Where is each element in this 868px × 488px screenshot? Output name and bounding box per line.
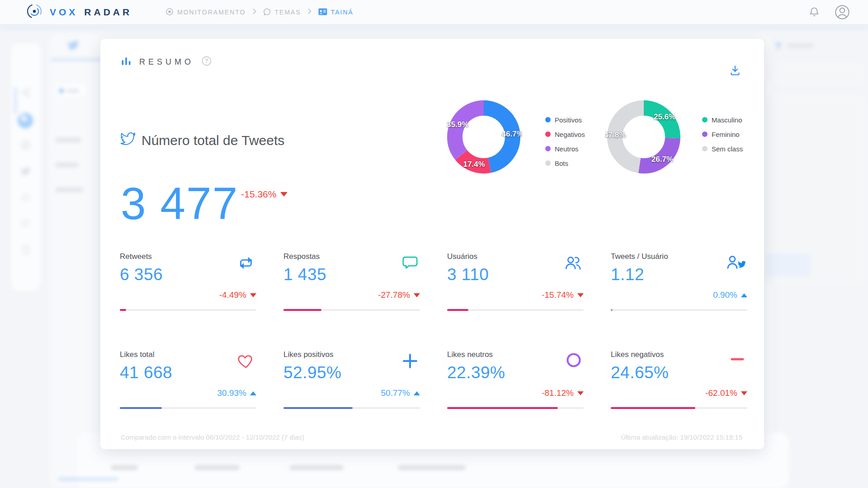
- metric-value: 41 668: [120, 363, 256, 382]
- legend-item-bots[interactable]: Bots: [545, 156, 585, 170]
- modal-header: RESUMO ?: [120, 55, 212, 69]
- metric-delta-row: 30.93%: [217, 388, 256, 398]
- progress-bar: [611, 407, 747, 409]
- delta-value: 0.90%: [713, 290, 737, 300]
- metric-label: Likes positivos: [283, 350, 420, 359]
- delta-value: -81.12%: [542, 388, 574, 398]
- delta-value: -27.78%: [378, 290, 410, 300]
- progress-bar: [447, 407, 584, 409]
- metric-value: 1 435: [283, 265, 420, 284]
- chat-icon: [263, 8, 271, 17]
- sentiment-legend: PositivosNegativosNeutrosBots: [545, 113, 585, 170]
- svg-text:?: ?: [205, 58, 208, 64]
- breadcrumb-item-monitoramento[interactable]: MONITORAMENTO: [165, 8, 246, 17]
- users-icon: [564, 254, 583, 274]
- retweet-icon: [236, 254, 255, 274]
- metric-cards-grid: Retweets 6 356 -4.49% Respostas 1 435: [120, 252, 747, 409]
- user-avatar-icon[interactable]: [835, 5, 850, 20]
- metric-card-tweets-usuario: Tweets / Usuário 1.12 0.90%: [611, 252, 747, 311]
- metric-label: Likes neutros: [447, 350, 584, 359]
- delta-value: 50.77%: [381, 388, 410, 398]
- legend-item-masculino[interactable]: Masculino: [702, 113, 743, 127]
- trend-arrow-icon: [577, 293, 584, 297]
- legend-label: Feminino: [712, 131, 740, 138]
- donut-label: 35.9%: [447, 120, 468, 129]
- bar-chart-icon: [120, 55, 132, 69]
- plus-icon: [401, 352, 419, 372]
- total-tweets-label-row: Número total de Tweets: [121, 131, 288, 149]
- gender-legend: MasculinoFemininoSem class: [702, 113, 743, 156]
- metric-card-retweets: Retweets 6 356 -4.49%: [120, 252, 256, 311]
- progress-bar: [447, 309, 584, 311]
- id-card-icon: [318, 8, 327, 17]
- legend-label: Neutros: [555, 145, 579, 153]
- notifications-bell-icon[interactable]: [808, 6, 820, 18]
- progress-bar-fill: [447, 407, 558, 409]
- total-tweets-label: Número total de Tweets: [142, 133, 284, 148]
- metric-value: 22.39%: [447, 363, 584, 382]
- breadcrumb-item-temas[interactable]: TEMAS: [263, 8, 301, 17]
- metric-value: 3 110: [447, 265, 584, 284]
- metric-delta-row: -81.12%: [542, 388, 584, 398]
- metric-card-usuarios: Usuários 3 110 -15.74%: [447, 252, 584, 311]
- metric-card-likes-total: Likes total 41 668 30.93%: [120, 350, 256, 409]
- breadcrumb-label: TEMAS: [275, 9, 301, 16]
- radar-logo-icon: [25, 2, 43, 22]
- donut-label: 26.7%: [651, 155, 673, 164]
- help-icon[interactable]: ?: [201, 56, 212, 68]
- heart-icon: [236, 352, 255, 372]
- legend-item-negativos[interactable]: Negativos: [545, 127, 585, 141]
- metric-value: 6 356: [120, 265, 256, 284]
- total-tweets-block: Número total de Tweets 3 477 -15.36%: [121, 131, 288, 226]
- legend-dot: [702, 146, 708, 151]
- trend-arrow-icon: [414, 391, 420, 395]
- resumo-modal: RESUMO ? Número total de Tweets 3 477 -1…: [100, 39, 764, 449]
- sentiment-donut-chart: 46.7%17.4%35.9%: [445, 99, 522, 177]
- legend-dot: [702, 131, 708, 137]
- legend-item-sem-class[interactable]: Sem class: [702, 141, 743, 156]
- breadcrumb-label: MONITORAMENTO: [177, 9, 246, 16]
- trend-arrow-icon: [250, 293, 256, 297]
- breadcrumb-item-taina[interactable]: TAINÁ: [318, 8, 354, 17]
- minus-icon: [728, 352, 746, 372]
- delta-value: -15.74%: [542, 290, 574, 300]
- metric-delta-row: 50.77%: [381, 388, 420, 398]
- download-icon[interactable]: [729, 64, 741, 79]
- twitter-bird-icon: [121, 131, 135, 149]
- legend-dot: [702, 117, 708, 122]
- metric-delta-row: -15.74%: [542, 290, 584, 300]
- logo-text-vox: VOX: [50, 7, 78, 17]
- metric-delta-row: -4.49%: [219, 290, 256, 300]
- total-tweets-value-row: 3 477 -15.36%: [121, 181, 288, 226]
- legend-item-feminino[interactable]: Feminino: [702, 127, 743, 141]
- donut-label: 46.7%: [502, 130, 522, 138]
- donut-label: 25.6%: [654, 113, 675, 121]
- progress-bar: [611, 309, 747, 311]
- donut-chart-gender: 25.6%26.7%47.8%: [605, 99, 682, 175]
- trend-arrow-icon: [741, 391, 747, 395]
- legend-label: Positivos: [555, 116, 582, 124]
- legend-item-positivos[interactable]: Positivos: [545, 113, 585, 127]
- progress-bar-fill: [120, 407, 162, 409]
- delta-value: -62.01%: [705, 388, 737, 398]
- legend-dot: [545, 117, 551, 122]
- brand-logo[interactable]: VOXRADAR: [25, 2, 132, 22]
- legend-label: Negativos: [555, 131, 585, 138]
- progress-bar: [120, 407, 256, 409]
- metric-label: Respostas: [283, 252, 420, 261]
- trend-arrow-icon: [280, 192, 288, 197]
- breadcrumb: MONITORAMENTO TEMAS TAINÁ: [165, 0, 354, 24]
- legend-dot: [545, 131, 551, 137]
- legend-item-neutros[interactable]: Neutros: [545, 141, 585, 156]
- total-tweets-value: 3 477: [121, 181, 238, 226]
- legend-dot: [545, 146, 551, 151]
- metric-value: 52.95%: [283, 363, 420, 382]
- chevron-right-icon: [307, 8, 312, 16]
- metric-label: Likes total: [120, 350, 256, 359]
- legend-dot: [545, 160, 551, 166]
- metric-card-respostas: Respostas 1 435 -27.78%: [283, 252, 420, 311]
- donut-label: 17.4%: [463, 160, 485, 169]
- legend-label: Masculino: [712, 116, 742, 124]
- delta-value: -4.49%: [219, 290, 246, 300]
- modal-title: RESUMO: [139, 57, 194, 67]
